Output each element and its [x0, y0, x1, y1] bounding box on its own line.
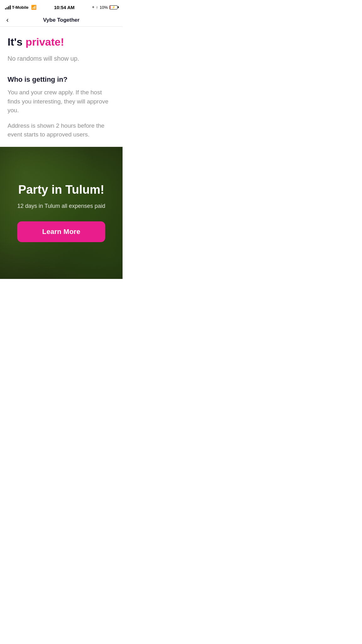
headline-prefix: It's — [8, 36, 25, 48]
battery-bolt-icon: ⚡ — [112, 6, 115, 9]
wifi-icon: 📶 — [31, 5, 36, 10]
status-time: 10:54 AM — [54, 5, 74, 10]
status-right: ⌖ ↑ 10% ⚡ — [92, 5, 118, 10]
status-left: T-Mobile 📶 — [5, 5, 36, 10]
navigation-icon: ↑ — [96, 5, 98, 10]
battery-indicator: ⚡ — [109, 5, 118, 9]
headline-highlight: private! — [25, 36, 64, 48]
party-banner-content: Party in Tulum! 12 days in Tulum all exp… — [8, 183, 115, 242]
party-title: Party in Tulum! — [17, 183, 105, 197]
page-title: Vybe Together — [43, 17, 80, 23]
learn-more-button[interactable]: Learn More — [17, 221, 105, 242]
back-button[interactable]: ‹ — [5, 15, 10, 25]
battery-icon: ⚡ — [109, 5, 118, 9]
hero-headline: It's private! — [8, 36, 115, 48]
signal-bars-icon — [5, 5, 11, 9]
location-icon: ⌖ — [92, 5, 94, 10]
main-content: It's private! No randoms will show up. W… — [0, 27, 123, 139]
party-banner: Party in Tulum! 12 days in Tulum all exp… — [0, 147, 123, 279]
section-title: Who is getting in? — [8, 75, 115, 84]
hero-subtitle: No randoms will show up. — [8, 54, 115, 63]
status-bar: T-Mobile 📶 10:54 AM ⌖ ↑ 10% ⚡ — [0, 0, 123, 14]
battery-percent-label: 10% — [100, 5, 108, 10]
carrier-label: T-Mobile — [12, 5, 29, 10]
section-body-1: You and your crew apply. If the host fin… — [8, 88, 115, 115]
nav-bar: ‹ Vybe Together — [0, 14, 123, 27]
section-body-2: Address is shown 2 hours before the even… — [8, 121, 115, 139]
who-gets-in-section: Who is getting in? You and your crew app… — [8, 75, 115, 139]
party-subtitle: 12 days in Tulum all expenses paid — [17, 202, 105, 210]
